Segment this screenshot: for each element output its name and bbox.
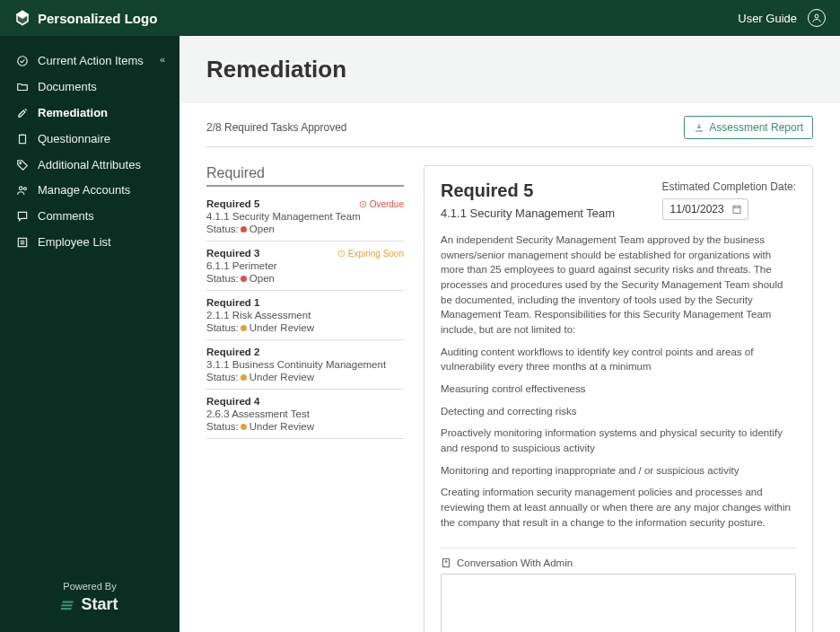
page-body: 2/8 Required Tasks Approved Assessment R…	[179, 103, 840, 632]
status-dot	[241, 226, 247, 233]
required-list: Required Required 5Overdue4.1.1 Security…	[206, 165, 404, 439]
req-title: Required 1	[206, 297, 259, 308]
req-title: Required 5	[206, 198, 259, 209]
check-circle-icon	[16, 55, 29, 67]
required-item[interactable]: Required 5Overdue4.1.1 Security Manageme…	[206, 192, 404, 241]
page-title: Remediation	[206, 56, 813, 83]
detail-paragraph: Creating information security management…	[441, 485, 796, 530]
req-sub: 4.1.1 Security Management Team	[206, 211, 404, 222]
req-sub: 6.1.1 Perimeter	[206, 260, 404, 271]
sidebar-label: Remediation	[38, 106, 165, 121]
required-item[interactable]: Required 42.6.3 Assessment TestStatus:Un…	[206, 390, 404, 439]
conversation-label: Conversation With Admin	[441, 557, 796, 568]
user-badge-icon	[441, 557, 451, 568]
list-icon	[16, 236, 29, 249]
status-dot	[241, 424, 247, 430]
clock-icon	[337, 250, 346, 258]
sidebar-item-comments[interactable]: Comments	[0, 204, 179, 230]
chevrons-icon: «	[160, 54, 165, 65]
status-dot	[241, 325, 247, 331]
svg-rect-2	[20, 135, 26, 143]
subhead-row: 2/8 Required Tasks Approved Assessment R…	[206, 116, 813, 147]
logo-text: Personalized Logo	[38, 11, 157, 26]
start-logo: Start	[18, 595, 162, 614]
detail-paragraph: Monitoring and reporting inappropriate a…	[441, 463, 796, 478]
user-guide-link[interactable]: User Guide	[738, 12, 797, 25]
detail-panel: Required 5 4.1.1 Security Management Tea…	[424, 165, 813, 632]
sidebar-footer: Powered By Start	[0, 563, 179, 632]
req-sub: 2.1.1 Risk Assessment	[206, 310, 404, 320]
sidebar-label: Employee List	[38, 235, 165, 250]
sidebar-item-employees[interactable]: Employee List	[0, 230, 179, 256]
sidebar-item-accounts[interactable]: Manage Accounts	[0, 178, 179, 204]
required-item[interactable]: Required 3Expiring Soon6.1.1 PerimeterSt…	[206, 241, 404, 291]
detail-paragraph: Auditing content workflows to identify k…	[441, 345, 796, 374]
required-heading: Required	[206, 165, 404, 187]
folder-icon	[16, 81, 29, 93]
detail-title: Required 5	[441, 180, 615, 201]
svg-rect-9	[733, 206, 740, 214]
conversation-text: Conversation With Admin	[457, 557, 573, 568]
topbar: Personalized Logo User Guide	[0, 0, 840, 36]
conversation-box[interactable]	[441, 574, 796, 632]
required-item[interactable]: Required 12.1.1 Risk AssessmentStatus:Un…	[206, 291, 404, 340]
start-text: Start	[81, 595, 118, 614]
sidebar-item-documents[interactable]: Documents	[0, 75, 179, 101]
sidebar-item-questionnaire[interactable]: Questionnaire	[0, 127, 179, 153]
logo-icon	[14, 10, 31, 26]
detail-paragraph: Detecting and correcting risks	[441, 404, 796, 419]
topbar-right: User Guide	[738, 9, 826, 27]
detail-body: An independent Security Management Team …	[441, 233, 796, 549]
comment-icon	[16, 210, 29, 223]
powered-by-label: Powered By	[18, 581, 162, 592]
req-status: Status:Open	[206, 273, 404, 284]
sidebar-label: Questionnaire	[38, 132, 165, 147]
sidebar-item-attributes[interactable]: Additional Attributes	[0, 153, 179, 179]
svg-point-3	[20, 162, 22, 163]
svg-point-5	[23, 188, 26, 190]
assessment-label: Assessment Report	[709, 121, 803, 134]
clock-icon	[359, 200, 367, 208]
req-title: Required 3	[206, 248, 259, 259]
req-sub: 3.1.1 Business Continuity Management	[206, 359, 404, 370]
status-dot	[241, 276, 247, 282]
date-value: 11/01/2023	[670, 203, 724, 215]
svg-point-4	[20, 187, 23, 190]
req-title: Required 4	[206, 396, 259, 407]
sidebar-nav: Current Action Items « Documents Remedia…	[0, 36, 179, 563]
detail-subtitle: 4.1.1 Security Management Team	[441, 206, 615, 220]
users-icon	[16, 184, 29, 197]
est-completion-label: Estimated Completion Date:	[662, 180, 796, 193]
user-icon[interactable]	[808, 9, 826, 27]
tools-icon	[16, 107, 29, 119]
req-status: Status:Under Review	[206, 421, 404, 432]
tag-icon	[16, 159, 29, 171]
req-status: Status:Under Review	[206, 372, 404, 382]
svg-point-11	[445, 561, 447, 563]
download-icon	[694, 122, 704, 133]
assessment-report-button[interactable]: Assessment Report	[684, 116, 813, 139]
req-status: Status:Open	[206, 224, 404, 234]
date-picker[interactable]: 11/01/2023	[662, 198, 748, 220]
calendar-icon	[731, 204, 742, 215]
badge-overdue: Overdue	[359, 199, 404, 209]
sidebar-label: Manage Accounts	[38, 183, 165, 198]
required-item[interactable]: Required 23.1.1 Business Continuity Mana…	[206, 340, 404, 390]
detail-paragraph: Proactively monitoring information syste…	[441, 426, 796, 455]
logo: Personalized Logo	[14, 10, 157, 26]
sidebar-label: Current Action Items	[38, 54, 151, 69]
sidebar: Current Action Items « Documents Remedia…	[0, 36, 179, 632]
svg-point-1	[18, 57, 28, 66]
sidebar-item-action-items[interactable]: Current Action Items «	[0, 48, 179, 75]
req-status: Status:Under Review	[206, 322, 404, 333]
detail-paragraph: Measuring control effectiveness	[441, 382, 796, 397]
sidebar-label: Additional Attributes	[38, 158, 165, 173]
req-title: Required 2	[206, 347, 259, 357]
approved-count: 2/8 Required Tasks Approved	[206, 121, 347, 134]
sidebar-item-remediation[interactable]: Remediation	[0, 101, 179, 127]
page-header: Remediation	[179, 36, 840, 103]
detail-paragraph: An independent Security Management Team …	[441, 233, 796, 338]
sidebar-label: Documents	[38, 80, 165, 95]
clipboard-icon	[16, 133, 29, 145]
status-dot	[241, 374, 247, 381]
